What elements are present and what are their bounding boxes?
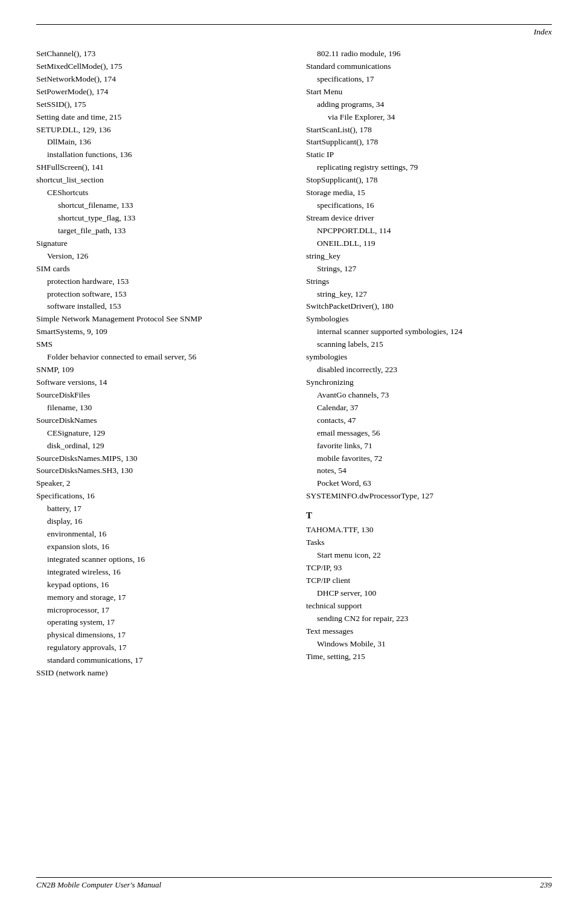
index-entry: integrated scanner options, 16 (47, 553, 282, 566)
index-entry: email messages, 56 (317, 427, 552, 440)
index-entry: Simple Network Management Protocol See S… (36, 313, 282, 326)
index-entry: Folder behavior connected to email serve… (47, 351, 282, 364)
index-entry: battery, 17 (47, 503, 282, 515)
index-entry: CESignature, 129 (47, 427, 282, 440)
left-column: SetChannel(), 173SetMixedCellMode(), 175… (36, 48, 282, 680)
index-entry: Standard communications (306, 60, 552, 73)
index-entry: SwitchPacketDriver(), 180 (306, 300, 552, 313)
index-entry: mobile favorites, 72 (317, 452, 552, 465)
page-header: Index (36, 24, 552, 37)
index-entry: SIM cards (36, 263, 282, 275)
index-entry: DllMain, 136 (47, 136, 282, 149)
index-entry: notes, 54 (317, 465, 552, 477)
index-entry: via File Explorer, 34 (328, 111, 552, 124)
footer-left: CN2B Mobile Computer User's Manual (36, 880, 161, 890)
index-entry: StartSupplicant(), 178 (306, 136, 552, 149)
index-entry: CEShortcuts (47, 187, 282, 199)
index-entry: Strings (306, 275, 552, 288)
index-entry: TCP/IP, 93 (306, 562, 552, 575)
index-entry: AvantGo channels, 73 (317, 389, 552, 402)
index-entry: favorite links, 71 (317, 440, 552, 452)
index-entry: StopSupplicant(), 178 (306, 174, 552, 187)
index-entry: ONEIL.DLL, 119 (317, 237, 552, 250)
index-entry: Static IP (306, 149, 552, 161)
index-entry: disabled incorrectly, 223 (317, 364, 552, 376)
index-entry: standard communications, 17 (47, 654, 282, 667)
index-entry: Stream device driver (306, 212, 552, 225)
index-entry: SetSSID(), 175 (36, 98, 282, 111)
index-entry: microprocessor, 17 (47, 604, 282, 617)
index-entry: SetNetworkMode(), 174 (36, 73, 282, 86)
index-entry: shortcut_type_flag, 133 (58, 212, 282, 225)
index-entry: physical dimensions, 17 (47, 629, 282, 642)
index-entry: Pocket Word, 63 (317, 477, 552, 490)
index-entry: SetMixedCellMode(), 175 (36, 60, 282, 73)
index-entry: SourceDiskNames (36, 414, 282, 427)
index-entry: SetPowerMode(), 174 (36, 86, 282, 98)
index-entry: memory and storage, 17 (47, 591, 282, 604)
index-entry: protection hardware, 153 (47, 275, 282, 288)
index-entry: disk_ordinal, 129 (47, 440, 282, 452)
index-entry: protection software, 153 (47, 288, 282, 301)
index-entry: Strings, 127 (317, 263, 552, 275)
index-entry: shortcut_filename, 133 (58, 199, 282, 212)
index-entry: sending CN2 for repair, 223 (317, 613, 552, 625)
index-entry: NPCPPORT.DLL, 114 (317, 225, 552, 237)
index-entry: Start Menu (306, 86, 552, 98)
index-entry: software installed, 153 (47, 300, 282, 313)
index-entry: specifications, 16 (317, 199, 552, 212)
index-entry: StartScanList(), 178 (306, 124, 552, 137)
index-entry: Start menu icon, 22 (317, 549, 552, 562)
index-entry: Storage media, 15 (306, 187, 552, 199)
page-footer: CN2B Mobile Computer User's Manual 239 (36, 877, 552, 890)
index-entry: keypad options, 16 (47, 579, 282, 591)
index-entry: filename, 130 (47, 402, 282, 414)
index-entry: SETUP.DLL, 129, 136 (36, 124, 282, 137)
index-entry: Signature (36, 237, 282, 250)
index-entry: internal scanner supported symbologies, … (317, 326, 552, 338)
index-entry: Version, 126 (47, 250, 282, 263)
index-entry: specifications, 17 (317, 73, 552, 86)
index-entry: SourceDiskFiles (36, 389, 282, 402)
index-entry: technical support (306, 600, 552, 613)
index-entry: SSID (network name) (36, 667, 282, 680)
index-entry: environmental, 16 (47, 528, 282, 541)
footer-right: 239 (540, 880, 552, 890)
index-entry: TCP/IP client (306, 575, 552, 587)
index-entry: SetChannel(), 173 (36, 48, 282, 60)
index-entry: Calendar, 37 (317, 402, 552, 414)
index-entry: contacts, 47 (317, 414, 552, 427)
index-entry: display, 16 (47, 515, 282, 528)
index-entry: Symbologies (306, 313, 552, 326)
index-entry: SmartSystems, 9, 109 (36, 326, 282, 338)
index-entry: operating system, 17 (47, 616, 282, 629)
index-entry: DHCP server, 100 (317, 587, 552, 600)
page-container: Index SetChannel(), 173SetMixedCellMode(… (0, 0, 588, 908)
index-content: SetChannel(), 173SetMixedCellMode(), 175… (36, 48, 552, 680)
index-entry: expansion slots, 16 (47, 541, 282, 553)
right-column: 802.11 radio module, 196Standard communi… (306, 48, 552, 680)
index-entry: Synchronizing (306, 376, 552, 389)
index-entry: scanning labels, 215 (317, 338, 552, 351)
index-entry: regulatory approvals, 17 (47, 642, 282, 654)
index-entry: Text messages (306, 625, 552, 638)
index-entry: Setting date and time, 215 (36, 111, 282, 124)
index-entry: SourceDisksNames.MIPS, 130 (36, 452, 282, 465)
header-title: Index (534, 27, 552, 36)
index-entry: installation functions, 136 (47, 149, 282, 161)
index-entry: adding programs, 34 (317, 98, 552, 111)
index-entry: Tasks (306, 536, 552, 549)
index-entry: SHFullScreen(), 141 (36, 161, 282, 174)
index-entry: SYSTEMINFO.dwProcessorType, 127 (306, 490, 552, 503)
index-entry: string_key, 127 (317, 288, 552, 301)
index-entry: replicating registry settings, 79 (317, 161, 552, 174)
index-entry: integrated wireless, 16 (47, 566, 282, 579)
index-entry: SNMP, 109 (36, 364, 282, 376)
index-entry: SourceDisksNames.SH3, 130 (36, 465, 282, 477)
index-entry: shortcut_list_section (36, 174, 282, 187)
section-letter: T (306, 509, 552, 523)
index-entry: string_key (306, 250, 552, 263)
index-entry: Windows Mobile, 31 (317, 638, 552, 651)
index-entry: Time, setting, 215 (306, 651, 552, 663)
index-entry: Specifications, 16 (36, 490, 282, 503)
